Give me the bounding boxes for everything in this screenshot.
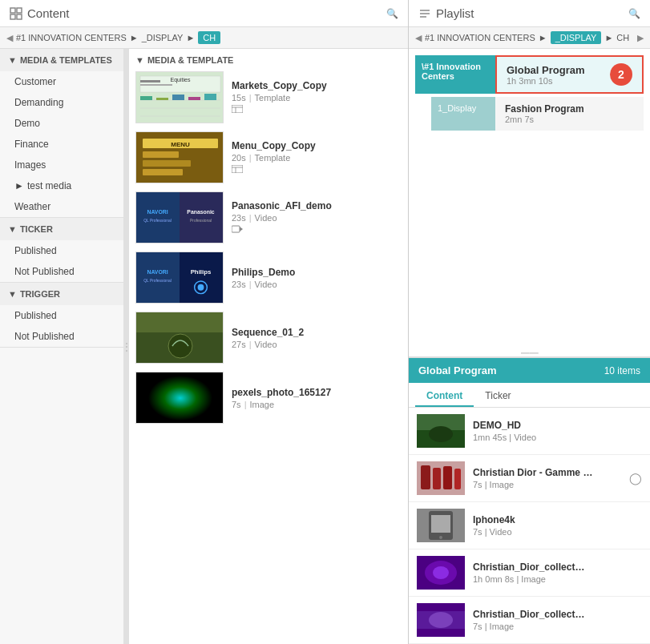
breadcrumb-display[interactable]: _DISPLAY	[142, 33, 184, 42]
playlist-tabs: Content Ticker	[409, 383, 650, 408]
svg-text:Philips: Philips	[191, 268, 212, 276]
playlist-search-button[interactable]: 🔍	[628, 8, 640, 19]
content-search-button[interactable]: 🔍	[386, 8, 398, 19]
svg-rect-0	[10, 8, 15, 13]
playlist-thumb-iphone	[417, 509, 465, 542]
svg-point-49	[168, 334, 192, 358]
playlist-bottom: Global Program 10 items Content Ticker	[409, 356, 650, 644]
sidebar-item-customer[interactable]: Customer	[0, 71, 123, 92]
sidebar-item-ticker-notpublished[interactable]: Not Published	[0, 261, 123, 282]
tab-ticker[interactable]: Ticker	[474, 386, 522, 407]
svg-point-58	[429, 426, 453, 442]
svg-rect-66	[431, 515, 450, 533]
svg-rect-40	[180, 252, 223, 304]
content-nav-left[interactable]: ◀	[6, 33, 13, 43]
svg-text:Equities: Equities	[171, 77, 191, 83]
sidebar-item-testmedia[interactable]: ► test media	[0, 175, 123, 196]
svg-rect-1	[17, 8, 22, 13]
sidebar: ▼ MEDIA & TEMPLATES Customer Demanding D…	[0, 49, 124, 644]
sidebar-item-trigger-notpublished[interactable]: Not Published	[0, 326, 123, 347]
playlist-breadcrumb-innovation[interactable]: #1 INNOVATION CENTERS	[425, 33, 535, 42]
svg-marker-37	[240, 227, 243, 231]
sidebar-item-trigger-published[interactable]: Published	[0, 305, 123, 326]
playlist-root-label: \#1 Innovation Centers	[415, 55, 495, 94]
media-item[interactable]: Sequence_01_2 27s | Video	[135, 312, 402, 364]
playlist-breadcrumb-display[interactable]: _DISPLAY	[551, 31, 602, 44]
playlist-nav-right[interactable]: ▶	[637, 33, 644, 43]
svg-rect-26	[232, 165, 243, 173]
content-icon	[10, 7, 22, 20]
svg-rect-24	[143, 160, 191, 167]
tab-content[interactable]: Content	[415, 386, 474, 407]
svg-text:Panasonic: Panasonic	[187, 209, 214, 215]
playlist-child-label: 1_Display	[431, 97, 495, 131]
media-item[interactable]: NAVORI QL Professional Philips Philips_D…	[135, 252, 402, 304]
svg-text:MENU: MENU	[171, 141, 190, 148]
svg-rect-36	[232, 226, 240, 232]
media-section-header: ▼ MEDIA & TEMPLATE	[135, 55, 402, 65]
svg-text:QL Professional: QL Professional	[143, 219, 172, 223]
playlist-panel-title: Playlist	[418, 6, 474, 20]
svg-rect-17	[232, 105, 243, 113]
playlist-thumb-demo	[417, 414, 465, 448]
playlist-tree: \#1 Innovation Centers Global Program 1h…	[409, 49, 650, 336]
playlist-items: DEMO_HD 1mn 45s | Video	[409, 408, 650, 644]
playlist-item[interactable]: Christian Dior - Gamme Perfume Cuir_4k_A…	[409, 455, 650, 502]
svg-point-51	[148, 376, 212, 421]
sidebar-item-finance[interactable]: Finance	[0, 134, 123, 155]
content-body: ▼ MEDIA & TEMPLATES Customer Demanding D…	[0, 49, 408, 644]
svg-rect-2	[10, 14, 15, 19]
playlist-item[interactable]: Christian_Dior_collection_2017 1h 0mn 8s…	[409, 549, 650, 597]
sidebar-item-weather[interactable]: Weather	[0, 196, 123, 217]
sidebar-section-media: ▼ MEDIA & TEMPLATES Customer Demanding D…	[0, 49, 123, 218]
svg-rect-39	[136, 252, 180, 304]
sidebar-item-ticker-published[interactable]: Published	[0, 240, 123, 261]
sidebar-section-trigger-header[interactable]: ▼ TRIGGER	[0, 283, 123, 305]
content-panel-title: Content	[10, 6, 70, 20]
svg-rect-60	[421, 465, 430, 489]
content-panel-header: Content 🔍	[0, 0, 408, 27]
svg-point-70	[433, 566, 449, 579]
sidebar-section-ticker-header[interactable]: ▼ TICKER	[0, 218, 123, 240]
sidebar-item-demanding[interactable]: Demanding	[0, 92, 123, 113]
playlist-breadcrumb-ch[interactable]: CH	[616, 33, 629, 42]
svg-point-45	[198, 284, 204, 291]
playlist-item[interactable]: Iphone4k 7s | Video	[409, 502, 650, 549]
svg-text:Professional: Professional	[190, 219, 212, 223]
breadcrumb-innovation[interactable]: #1 INNOVATION CENTERS	[16, 33, 127, 42]
svg-rect-3	[17, 14, 22, 19]
media-item[interactable]: pexels_photo_165127 7s | Image	[135, 372, 402, 424]
media-thumb-pexels	[135, 372, 224, 424]
playlist-thumb-dior	[417, 461, 465, 495]
media-list: ▼ MEDIA & TEMPLATE	[129, 49, 408, 644]
playlist-thumb-collection2	[417, 603, 465, 637]
media-item[interactable]: Equities Markets_Copy_Copy 15s | Templat…	[135, 71, 402, 123]
svg-rect-11	[140, 96, 152, 100]
media-item[interactable]: MENU Menu_Copy_Copy 20s | Template	[135, 131, 402, 183]
svg-point-73	[429, 612, 453, 628]
svg-rect-61	[433, 468, 441, 489]
media-thumb-sequence	[135, 312, 224, 364]
svg-rect-12	[156, 98, 168, 100]
playlist-item[interactable]: Christian_Dior_collection_2017_v2 7s | I…	[409, 597, 650, 644]
playlist-root-node: \#1 Innovation Centers Global Program 1h…	[415, 55, 644, 94]
playlist-thumb-collection	[417, 556, 465, 590]
playlist-nav-left[interactable]: ◀	[415, 33, 422, 43]
media-thumb-philips: NAVORI QL Professional Philips	[135, 252, 224, 304]
sidebar-item-images[interactable]: Images	[0, 155, 123, 175]
media-item[interactable]: NAVORI QL Professional Panasonic Profess…	[135, 191, 402, 244]
playlist-root-content[interactable]: Global Program 1h 3mn 10s 2	[495, 55, 644, 94]
media-thumb-markets: Equities	[135, 71, 224, 123]
playlist-icon	[418, 7, 431, 20]
playlist-item[interactable]: DEMO_HD 1mn 45s | Video	[409, 408, 650, 455]
sidebar-section-media-header[interactable]: ▼ MEDIA & TEMPLATES	[0, 49, 123, 71]
sidebar-item-demo[interactable]: Demo	[0, 113, 123, 134]
svg-rect-7	[140, 84, 172, 86]
breadcrumb-ch[interactable]: CH	[198, 31, 220, 44]
drag-indicator: ⎯⎯	[409, 336, 650, 356]
playlist-breadcrumb: ◀ #1 INNOVATION CENTERS ► _DISPLAY ► CH …	[409, 27, 650, 49]
svg-rect-30	[136, 192, 180, 244]
svg-text:NAVORI: NAVORI	[147, 209, 168, 215]
sidebar-section-ticker: ▼ TICKER Published Not Published	[0, 218, 123, 283]
playlist-child-content[interactable]: Fashion Program 2mn 7s	[495, 97, 644, 131]
